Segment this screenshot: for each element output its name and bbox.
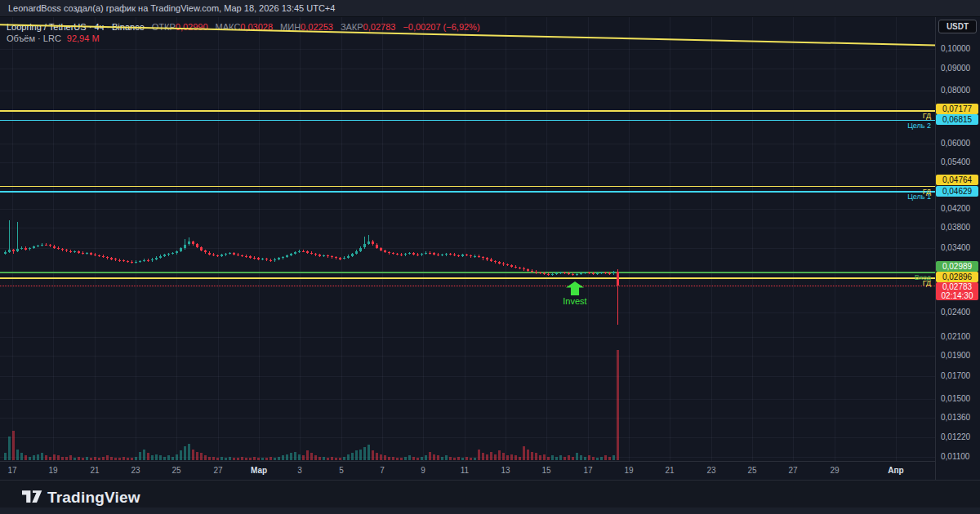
- invest-arrow-up-icon[interactable]: [566, 281, 584, 295]
- candle: [270, 260, 272, 261]
- symbol-title[interactable]: Loopring / TetherUS · 4ч · Binance: [7, 22, 145, 32]
- time-tick-label: 11: [461, 466, 469, 475]
- volume-bar: [449, 457, 452, 460]
- price-badge: 0,02989: [936, 261, 978, 272]
- volume-indicator-label[interactable]: Объём · LRC: [7, 33, 61, 43]
- candle: [588, 273, 590, 273]
- level-line-ГД[interactable]: [0, 110, 935, 112]
- volume-bar: [265, 458, 268, 460]
- candle: [229, 253, 231, 254]
- v-gridline: [896, 17, 897, 461]
- candle: [568, 273, 570, 274]
- volume-bar: [478, 450, 480, 460]
- volume-bar: [122, 457, 125, 460]
- h-gridline: [0, 248, 935, 249]
- candle: [421, 254, 423, 255]
- price-tick-label: 0,06000: [941, 139, 978, 148]
- time-tick-label: 25: [747, 466, 756, 475]
- volume-bar: [572, 457, 574, 460]
- level-line-Цель 2[interactable]: [0, 120, 935, 122]
- chart-legend[interactable]: Loopring / TetherUS · 4ч · BinanceОТКР0,…: [7, 22, 480, 32]
- volume-bar: [78, 457, 80, 460]
- candle: [245, 256, 247, 257]
- volume-bar: [8, 436, 11, 460]
- candle: [102, 256, 105, 257]
- v-gridline: [300, 17, 301, 461]
- volume-bar: [176, 454, 178, 460]
- volume-bar: [327, 458, 329, 460]
- v-gridline: [465, 17, 466, 461]
- candle: [82, 253, 84, 254]
- candle: [564, 273, 566, 273]
- level-line-Вход[interactable]: [0, 272, 935, 273]
- volume-bar: [61, 457, 64, 460]
- h-gridline: [0, 399, 935, 400]
- volume-bar: [261, 458, 264, 460]
- level-line-close-price[interactable]: [0, 286, 935, 286]
- volume-bar: [196, 452, 198, 460]
- price-tick-label: 0,01100: [941, 452, 978, 461]
- candle: [474, 256, 476, 257]
- price-tick-label: 0,01500: [941, 394, 978, 403]
- volume-bar: [445, 455, 448, 460]
- volume-bar: [290, 453, 292, 460]
- volume-bar: [94, 457, 96, 460]
- candle: [147, 260, 149, 261]
- candle: [457, 255, 460, 256]
- volume-bar: [135, 457, 137, 460]
- tradingview-logo-icon: [22, 490, 43, 506]
- volume-bar: [37, 454, 39, 460]
- level-line-ГД[interactable]: [0, 186, 935, 188]
- volume-bar: [523, 446, 525, 460]
- price-tick-label: 0,10000: [941, 44, 978, 53]
- close-value: 0,02783: [363, 22, 396, 32]
- volume-bar: [4, 453, 7, 460]
- candle: [580, 273, 582, 274]
- volume-bar: [127, 458, 129, 460]
- volume-legend[interactable]: Объём · LRC92,94 М: [7, 33, 100, 43]
- level-line-Цель 1[interactable]: [0, 191, 935, 193]
- time-tick-label: 21: [665, 466, 674, 475]
- time-tick-label: 29: [830, 466, 839, 475]
- time-tick-label: 3: [297, 466, 302, 475]
- candle: [388, 252, 390, 253]
- volume-bar: [559, 455, 562, 460]
- currency-toggle-button[interactable]: USDT: [938, 20, 977, 33]
- volume-bar: [90, 458, 92, 460]
- price-tick-label: 0,03400: [941, 243, 978, 252]
- level-line-ГД[interactable]: [0, 277, 935, 279]
- h-gridline: [0, 376, 935, 377]
- candle: [163, 255, 166, 255]
- candle: [49, 245, 51, 246]
- candle: [282, 257, 284, 258]
- time-tick-label: 15: [541, 466, 550, 475]
- volume-bar: [274, 458, 276, 460]
- volume-bar: [200, 453, 203, 460]
- candle: [551, 274, 554, 275]
- volume-bar: [314, 455, 317, 460]
- volume-bar: [233, 458, 235, 460]
- volume-bar: [298, 454, 301, 460]
- candle: [470, 255, 472, 256]
- candle: [604, 273, 607, 273]
- level-label: ГД: [821, 279, 931, 287]
- volume-bar: [310, 453, 313, 460]
- h-gridline: [0, 418, 935, 419]
- candle: [8, 250, 11, 252]
- candle: [306, 251, 309, 252]
- volume-bar: [580, 455, 582, 460]
- candle: [237, 255, 239, 255]
- volume-bar: [208, 457, 211, 460]
- invest-label: Invest: [552, 296, 598, 306]
- candle: [318, 255, 321, 255]
- candle: [172, 253, 174, 254]
- volume-bar: [237, 458, 239, 460]
- candle: [114, 259, 117, 259]
- volume-bar: [547, 457, 550, 460]
- candle: [490, 259, 492, 261]
- time-tick-label: 27: [788, 466, 797, 475]
- level-label: Цель 2: [821, 122, 931, 130]
- volume-bar: [351, 453, 354, 460]
- volume-bar: [257, 458, 260, 460]
- candle: [506, 264, 509, 265]
